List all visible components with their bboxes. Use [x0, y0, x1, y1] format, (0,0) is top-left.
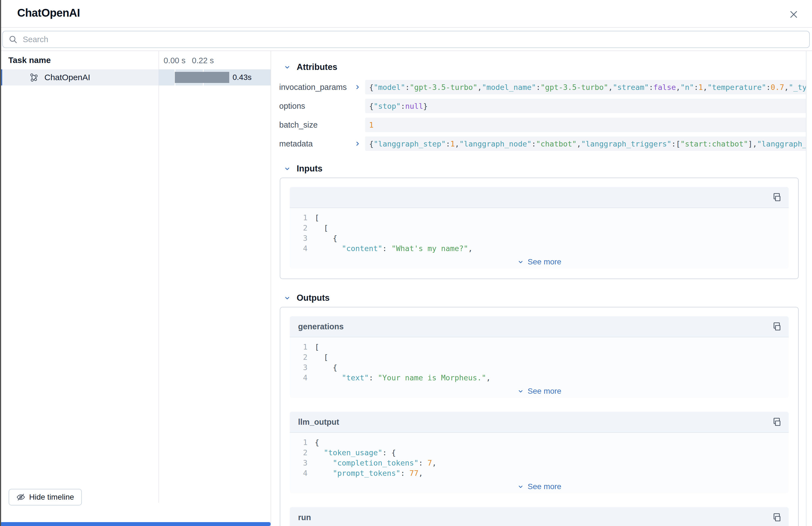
inputs-card: 1[2 [3 {4 "content": "What's my name?", …	[280, 178, 799, 279]
copy-button[interactable]	[770, 191, 783, 203]
llm-output-code-panel: llm_output 1{2 "token_usage": {3 "comple…	[290, 412, 789, 493]
timeline-panel: Task name 0.00 s 0.22 s ChatOpenAI	[0, 51, 271, 526]
chevron-down-icon	[283, 63, 291, 71]
search-input[interactable]	[23, 35, 804, 44]
trace-detail-modal: ChatOpenAI Task name 0.00 s 0.22 s	[0, 0, 812, 526]
chevron-down-icon	[283, 294, 291, 302]
see-more-label: See more	[527, 258, 561, 266]
modal-header: ChatOpenAI	[0, 0, 812, 28]
task-row-main: ChatOpenAI	[2, 69, 158, 85]
copy-button[interactable]	[770, 416, 783, 428]
modal-title: ChatOpenAI	[17, 7, 80, 19]
task-row[interactable]: ChatOpenAI 0.43s	[0, 69, 271, 85]
see-more-label: See more	[527, 482, 561, 491]
attributes-section-header[interactable]: Attributes	[283, 62, 812, 72]
see-more-link[interactable]: See more	[290, 255, 789, 268]
attribute-label: metadata	[279, 139, 353, 148]
block-title: run	[298, 513, 311, 522]
task-row-label: ChatOpenAI	[44, 73, 90, 82]
timeline-duration-bar	[175, 72, 229, 83]
timeline-tick-0: 0.00 s	[164, 56, 186, 65]
outputs-card: generations 1[2 [3 {4 "text": "Your name…	[280, 307, 799, 526]
chevron-down-icon	[517, 388, 524, 395]
attribute-value: {"model":"gpt-3.5-turbo","model_name":"g…	[365, 80, 807, 94]
chevron-down-icon	[517, 483, 524, 490]
hide-timeline-label: Hide timeline	[29, 493, 74, 501]
search-bar[interactable]	[2, 31, 810, 48]
task-name-column-header: Task name	[8, 56, 51, 65]
eye-off-icon	[16, 493, 25, 501]
hide-timeline-button[interactable]: Hide timeline	[9, 489, 82, 506]
attribute-value: {"stop":null}	[365, 99, 807, 113]
close-button[interactable]	[787, 8, 800, 20]
attribute-label: batch_size	[279, 120, 353, 130]
window-left-edge	[0, 0, 1, 526]
inputs-section-header[interactable]: Inputs	[283, 164, 812, 174]
code-toolbar: llm_output	[290, 412, 789, 433]
attribute-row: options {"stop":null}	[272, 99, 812, 113]
code-block: 1[2 [3 {4 "content": "What's my name?",	[290, 208, 789, 255]
chevron-down-icon	[517, 258, 524, 265]
code-block: 1{2 "token_usage": {3 "completion_tokens…	[290, 433, 789, 480]
attributes-rows: invocation_params {"model":"gpt-3.5-turb…	[272, 80, 812, 151]
expand-chevron-icon[interactable]	[353, 140, 365, 148]
code-toolbar	[290, 187, 789, 208]
close-icon	[789, 10, 799, 19]
attribute-row: batch_size 1	[272, 118, 812, 132]
timeline-horizontal-scrollbar[interactable]	[0, 522, 271, 526]
code-block: 1[2 [3 {4 "text": "Your name is Morpheus…	[290, 337, 789, 384]
see-more-link[interactable]: See more	[290, 384, 789, 398]
copy-button[interactable]	[770, 320, 783, 333]
panel-divider[interactable]	[271, 51, 271, 526]
see-more-link[interactable]: See more	[290, 480, 789, 493]
copy-icon	[771, 417, 782, 427]
copy-icon	[771, 192, 782, 202]
search-strip	[0, 28, 812, 51]
code-toolbar: generations	[290, 316, 789, 337]
timeline-header: Task name 0.00 s 0.22 s	[0, 51, 271, 69]
search-icon	[8, 35, 18, 44]
timeline-tick-1: 0.22 s	[192, 56, 214, 65]
column-divider	[158, 51, 159, 503]
attribute-label: invocation_params	[279, 83, 353, 92]
details-panel: Attributes invocation_params {"model":"g…	[272, 51, 812, 526]
generations-code-panel: generations 1[2 [3 {4 "text": "Your name…	[290, 316, 789, 398]
attribute-value: 1	[365, 118, 807, 132]
outputs-section-header[interactable]: Outputs	[283, 293, 812, 303]
block-title: llm_output	[298, 418, 339, 427]
attribute-row: invocation_params {"model":"gpt-3.5-turb…	[272, 80, 812, 94]
see-more-label: See more	[527, 387, 561, 396]
inputs-heading: Inputs	[297, 164, 322, 174]
timeline-duration-label: 0.43s	[233, 73, 252, 82]
attribute-value: {"langgraph_step":1,"langgraph_node":"ch…	[365, 136, 807, 151]
chevron-down-icon	[283, 165, 291, 173]
outputs-heading: Outputs	[297, 293, 330, 303]
code-toolbar: run	[290, 507, 789, 526]
attributes-heading: Attributes	[297, 62, 337, 72]
copy-button[interactable]	[770, 511, 783, 524]
llm-run-type-icon	[29, 72, 39, 83]
inputs-code-panel: 1[2 [3 {4 "content": "What's my name?", …	[290, 187, 789, 268]
details-scrollbar-track[interactable]	[806, 51, 807, 526]
task-row-timeline: 0.43s	[158, 69, 271, 85]
attribute-row: metadata {"langgraph_step":1,"langgraph_…	[272, 136, 812, 151]
copy-icon	[771, 512, 782, 522]
run-code-panel: run	[290, 507, 789, 526]
expand-chevron-icon[interactable]	[353, 83, 365, 91]
attribute-label: options	[279, 102, 353, 111]
block-title: generations	[298, 322, 344, 331]
copy-icon	[771, 322, 782, 332]
